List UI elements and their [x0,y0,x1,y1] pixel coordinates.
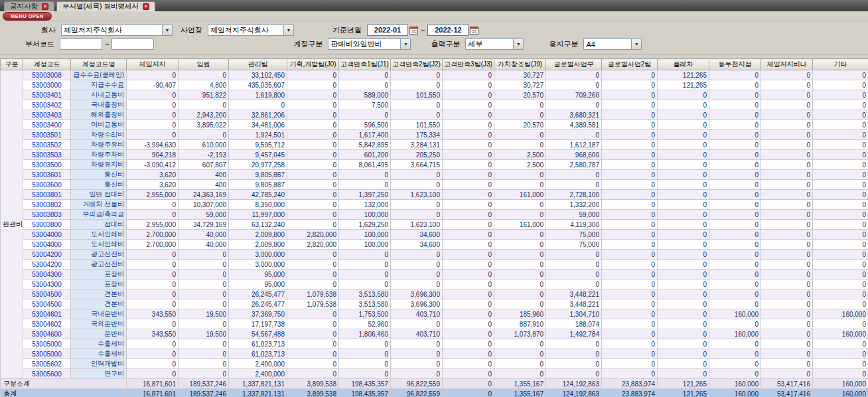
site-select[interactable]: 제일저지주식회사 ▼ [208,25,294,36]
table-row[interactable]: 53004200광고선전비003,000,00000000000000 [1,250,868,260]
table-row[interactable]: 53003800접대비2,955,00034,729,16963,132,240… [1,220,868,230]
account-code: 53004200 [23,260,71,270]
dept-code-tilde: ~ [105,40,109,48]
column-header[interactable]: 가치창조팀(J9) [494,59,546,70]
account-name: 포장비 [71,270,127,279]
account-type-select[interactable]: 판매비와일반비 ▼ [328,39,411,50]
table-row[interactable]: 53003601통신비3,6204009,805,88700000000000 [1,170,868,180]
amount-cell: 2,820,000 [287,230,339,240]
calendar-icon[interactable] [470,26,478,35]
tab-expense-report-label: 부서별(세목) 경비명세서 [62,2,139,11]
calendar-icon[interactable] [409,26,418,35]
company-select[interactable]: 제일저지주식회사 ▼ [61,25,173,36]
amount-cell: 121,265 [658,80,709,90]
amount-cell: 0 [709,130,761,140]
amount-cell: 0 [443,180,494,190]
amount-cell: 0 [127,270,179,279]
column-header[interactable]: 계정코드 [23,59,71,70]
menu-open-button[interactable]: MENU OPEN [3,12,52,21]
column-header[interactable]: 글로벌사업부 [546,59,602,70]
amount-cell: 8,061,495 [339,160,391,170]
table-row[interactable]: 53003801일반 접대비2,955,00024,363,16942,785,… [1,190,868,200]
column-header[interactable]: 기타 [813,59,868,70]
table-row[interactable]: 53003401시내교통비0951,8221,619,8000589,00010… [1,90,868,100]
amount-cell: 0 [602,200,658,210]
table-row[interactable]: 53004601국내운반비343,55019,50037,369,75001,7… [1,309,868,319]
tab-notice[interactable]: 공지사항 ✕ [4,1,54,11]
account-code: 53003402 [23,100,71,110]
table-row[interactable]: 53004200광고선전비003,000,00000000000000 [1,260,868,270]
table-row[interactable]: 53003503차량주차비904,218-2,1939,457,0450601,… [1,150,868,160]
column-header[interactable]: 계정코드명 [71,59,127,70]
account-code: 53004300 [23,279,71,289]
table-row[interactable]: 53005000수출제비0061,023,71300000000000 [1,339,868,349]
column-header[interactable]: 기획,개발팀(J0) [287,59,339,70]
amount-cell: 0 [709,190,761,200]
table-row[interactable]: 53003803부의금/축의금059,00011,997,0000100,000… [1,210,868,220]
table-row[interactable]: 53004000도서인쇄비2,700,00040,0002,009,8002,8… [1,240,868,250]
account-code: 53004601 [23,309,71,319]
amount-cell: 0 [546,359,602,369]
dept-code-from-input[interactable] [60,39,102,50]
table-row[interactable]: 53004300포장비0095,00000000000000 [1,270,868,279]
period-to-input[interactable]: 2022-12 [427,25,469,36]
total-row[interactable]: 총계16,871,601189,537,2461,337,821,1313,89… [1,389,868,397]
table-row[interactable]: 53004602국외운반비0017,197,738052,96000887,91… [1,319,868,329]
amount-cell: 709,260 [546,90,602,100]
amount-cell: 0 [602,90,658,100]
amount-cell: 0 [709,240,761,250]
table-row[interactable]: 53003402국내출장비00007,500000000000 [1,100,868,110]
column-header[interactable]: 플레차 [658,59,709,70]
amount-cell: 0 [602,70,658,80]
amount-cell: 0 [709,210,761,220]
column-header[interactable]: 임원 [179,59,229,70]
amount-cell: 0 [229,100,287,110]
column-header[interactable]: 제일저지 [127,59,179,70]
table-row[interactable]: 53003501차량수리비001,924,50101,617,400175,33… [1,130,868,140]
column-header[interactable]: 글로벌사업2팀 [602,59,658,70]
table-row[interactable]: 53005602인력개발비002,400,00000000000000 [1,359,868,369]
table-row[interactable]: 53003403해외출장비02,943,20032,861,206000003,… [1,110,868,120]
amount-cell: 16,871,601 [127,379,179,389]
column-header[interactable]: 고객만족1팀(J1) [339,59,391,70]
table-row[interactable]: 판관비53003008급수수료(클레임)0033,102,450000030,7… [1,70,868,80]
dept-code-to-input[interactable] [111,39,154,50]
amount-cell: 1,337,821,131 [229,379,287,389]
table-row[interactable]: 53003500차량유지비-3,090,412607,80720,977,258… [1,160,868,170]
amount-cell: 0 [127,130,179,140]
amount-cell: 0 [813,140,868,150]
close-icon[interactable]: ✕ [143,3,149,10]
amount-cell: 0 [602,210,658,220]
table-row[interactable]: 53003600통신비3,6204009,805,88700000000000 [1,180,868,190]
column-header[interactable]: 고객만족2팀(J2) [391,59,443,70]
table-row[interactable]: 53004600운반비343,55019,50054,567,48801,806… [1,329,868,339]
amount-cell: 3,895,022 [179,120,229,130]
table-row[interactable]: 53005000수출제비0061,023,71300000000000 [1,349,868,359]
amount-cell: 0 [443,349,494,359]
account-name: 국외운반비 [71,319,127,329]
table-row[interactable]: 53003802거래처 선물비010,307,0008,350,0000132,… [1,200,868,210]
amount-cell: 0 [443,270,494,279]
column-header[interactable]: 관리팀 [229,59,287,70]
table-row[interactable]: 53004300포장비0095,00000000000000 [1,279,868,289]
table-row[interactable]: 53003000지급수수료-90,4074,800435,035,6070000… [1,80,868,90]
close-icon[interactable]: ✕ [42,3,48,10]
column-header[interactable]: 동두천지점 [709,59,761,70]
table-row[interactable]: 53005600연구비002,400,00000000000000 [1,369,868,379]
amount-cell: 0 [339,260,391,270]
column-header[interactable]: 고객만족3팀(J3) [443,59,494,70]
table-row[interactable]: 53003400여비교통비03,895,02234,481,0060596,50… [1,120,868,130]
output-type-select[interactable]: 세부 ▼ [465,39,524,50]
subtotal-row[interactable]: 구분소계16,871,601189,537,2461,337,821,1313,… [1,379,868,389]
table-row[interactable]: 53003502차량주유비-3,994,630610,0009,595,7120… [1,140,868,150]
table-row[interactable]: 53004000도서인쇄비2,700,00040,0002,009,8002,8… [1,230,868,240]
period-from-input[interactable]: 2022-01 [367,25,408,36]
table-row[interactable]: 53004500견본비0026,245,4771,079,5383,513,58… [1,299,868,309]
amount-cell: 0 [602,260,658,270]
column-header[interactable]: 제일저지비나 [761,59,813,70]
table-row[interactable]: 53004500견본비0026,245,4771,079,5383,513,58… [1,289,868,299]
amount-cell: 3,696,300 [391,299,443,309]
paper-type-select[interactable]: A4 ▼ [583,39,642,50]
column-header[interactable]: 구분 [1,59,23,70]
tab-expense-report[interactable]: 부서별(세목) 경비명세서 ✕ [56,1,155,11]
